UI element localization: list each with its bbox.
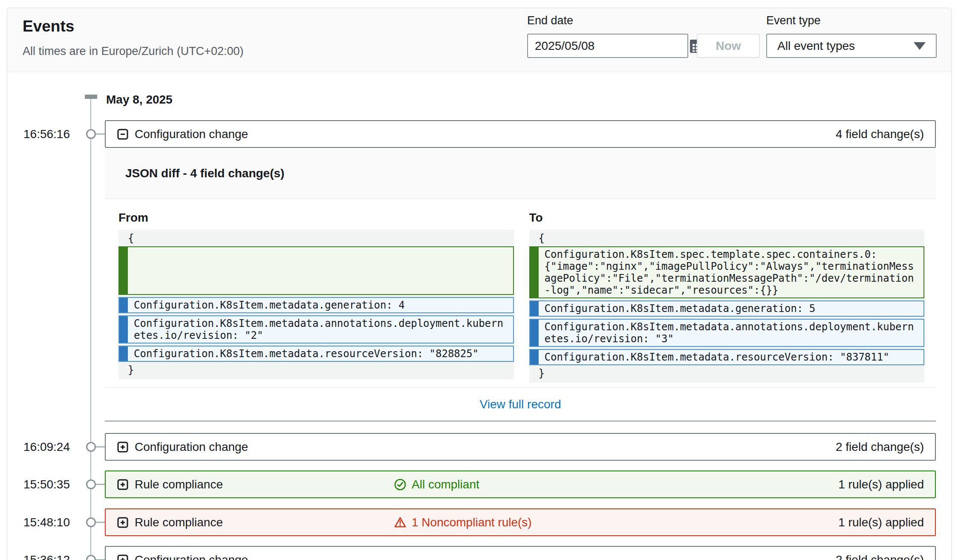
open-brace: {	[529, 232, 925, 244]
event-card-configuration-change[interactable]: Configuration change 2 field change(s)	[105, 433, 936, 461]
diff-row-text	[128, 247, 513, 294]
event-time: 16:09:24	[7, 433, 70, 461]
event-row: 15:36:12 Configuration change 2 field ch…	[7, 546, 951, 560]
diff-row-text: Configuration.K8sItem.spec.template.spec…	[539, 247, 924, 297]
view-full-record-link[interactable]: View full record	[480, 398, 561, 411]
event-type-label: Event type	[766, 14, 821, 27]
diff-row-text: Configuration.K8sItem.metadata.annotatio…	[539, 320, 924, 346]
collapse-icon[interactable]	[117, 128, 129, 140]
timeline-connector	[96, 446, 105, 447]
json-diff-columns: From { Configuration.K8sItem.metadata.ge…	[105, 199, 936, 383]
json-diff-title: JSON diff - 4 field change(s)	[105, 148, 936, 199]
compliance-status-text: All compliant	[412, 478, 479, 491]
open-brace: {	[118, 232, 514, 244]
events-page: Events All times are in Europe/Zurich (U…	[0, 0, 958, 560]
expand-icon[interactable]	[117, 441, 129, 453]
expand-icon[interactable]	[117, 479, 129, 491]
diff-row-changed: Configuration.K8sItem.metadata.annotatio…	[529, 319, 925, 347]
changed-marker-bar	[530, 350, 539, 364]
diff-to-column: To { Configuration.K8sItem.spec.template…	[529, 211, 925, 383]
event-row: 15:50:35 Rule compliance All compliant 1…	[7, 471, 951, 498]
event-card-configuration-change[interactable]: Configuration change 4 field change(s)	[105, 120, 936, 148]
diff-row-changed: Configuration.K8sItem.metadata.generatio…	[118, 297, 514, 313]
event-row: 15:48:10 Rule compliance 1 Noncompliant …	[7, 508, 951, 536]
timeline-node	[86, 555, 96, 560]
event-detail: 2 field change(s)	[836, 440, 924, 454]
to-label: To	[529, 211, 925, 225]
check-circle-icon	[394, 478, 407, 491]
changed-marker-bar	[119, 346, 128, 361]
event-card-rule-compliance[interactable]: Rule compliance All compliant 1 rule(s) …	[105, 471, 936, 498]
events-panel: Events All times are in Europe/Zurich (U…	[7, 8, 952, 560]
diff-row-changed: Configuration.K8sItem.metadata.generatio…	[529, 300, 925, 317]
changed-marker-bar	[530, 320, 539, 346]
event-label: Configuration change	[135, 127, 248, 141]
diff-row-text: Configuration.K8sItem.metadata.resourceV…	[539, 350, 924, 364]
close-brace: }	[529, 367, 925, 379]
page-title: Events	[23, 17, 74, 35]
event-row: 16:56:16 Configuration change 4 field ch…	[7, 120, 951, 148]
compliance-status: 1 Noncompliant rule(s)	[394, 516, 532, 529]
end-date-input[interactable]	[527, 34, 688, 58]
event-time: 15:50:35	[7, 471, 70, 498]
expand-icon[interactable]	[117, 517, 129, 528]
event-type-select[interactable]: All event types	[766, 34, 937, 58]
event-label: Configuration change	[135, 553, 248, 560]
event-time: 15:48:10	[7, 508, 70, 536]
timeline-connector	[96, 522, 105, 523]
json-diff-panel: JSON diff - 4 field change(s) From { Con…	[105, 148, 936, 421]
diff-from-column: From { Configuration.K8sItem.metadata.ge…	[118, 211, 514, 383]
event-label: Rule compliance	[135, 516, 223, 529]
timeline-connector	[96, 484, 105, 485]
diff-row-added	[118, 246, 514, 295]
event-time: 15:36:12	[7, 546, 70, 560]
compliance-status: All compliant	[394, 478, 479, 491]
expand-icon[interactable]	[117, 554, 129, 560]
timeline-node	[86, 517, 96, 527]
timeline-node	[86, 479, 96, 489]
to-code-block: { Configuration.K8sItem.spec.template.sp…	[529, 230, 925, 383]
event-card-rule-compliance[interactable]: Rule compliance 1 Noncompliant rule(s) 1…	[105, 508, 936, 536]
timeline-node	[86, 129, 96, 139]
warning-icon	[394, 516, 407, 529]
date-header: May 8, 2025	[106, 93, 173, 107]
added-marker-bar	[530, 247, 539, 297]
from-label: From	[118, 211, 514, 225]
end-date-value[interactable]	[528, 39, 689, 53]
event-card-configuration-change[interactable]: Configuration change 2 field change(s)	[105, 546, 936, 560]
from-code-block: { Configuration.K8sItem.metadata.generat…	[118, 230, 514, 379]
changed-marker-bar	[530, 301, 539, 316]
now-button[interactable]: Now	[697, 34, 760, 58]
event-detail: 1 rule(s) applied	[838, 516, 924, 529]
event-detail: 1 rule(s) applied	[838, 478, 924, 491]
diff-row-text: Configuration.K8sItem.metadata.generatio…	[128, 298, 513, 312]
added-marker-bar	[119, 247, 128, 294]
timeline-date-marker	[85, 95, 97, 99]
diff-row-changed: Configuration.K8sItem.metadata.resourceV…	[118, 346, 514, 362]
event-type-value: All event types	[777, 39, 855, 53]
event-row: 16:09:24 Configuration change 2 field ch…	[7, 433, 951, 461]
event-detail: 2 field change(s)	[836, 553, 924, 560]
close-brace: }	[118, 364, 514, 376]
compliance-status-text: 1 Noncompliant rule(s)	[412, 516, 532, 529]
diff-row-text: Configuration.K8sItem.metadata.resourceV…	[128, 346, 513, 361]
diff-row-text: Configuration.K8sItem.metadata.annotatio…	[128, 316, 513, 343]
diff-row-changed: Configuration.K8sItem.metadata.resourceV…	[529, 349, 925, 365]
event-label: Rule compliance	[135, 478, 223, 491]
timeline-node	[86, 442, 96, 452]
diff-row-added: Configuration.K8sItem.spec.template.spec…	[529, 246, 925, 298]
event-detail: 4 field change(s)	[836, 127, 924, 141]
chevron-down-icon	[914, 42, 926, 50]
panel-header: Events All times are in Europe/Zurich (U…	[7, 8, 951, 72]
diff-row-text: Configuration.K8sItem.metadata.generatio…	[539, 301, 924, 316]
json-diff-footer: View full record	[105, 387, 936, 421]
changed-marker-bar	[119, 298, 128, 312]
timeline-connector	[96, 133, 105, 135]
event-label: Configuration change	[135, 440, 248, 454]
changed-marker-bar	[119, 316, 128, 343]
timezone-note: All times are in Europe/Zurich (UTC+02:0…	[23, 45, 243, 58]
diff-row-changed: Configuration.K8sItem.metadata.annotatio…	[118, 315, 514, 344]
end-date-label: End date	[527, 14, 573, 27]
event-time: 16:56:16	[7, 120, 70, 148]
